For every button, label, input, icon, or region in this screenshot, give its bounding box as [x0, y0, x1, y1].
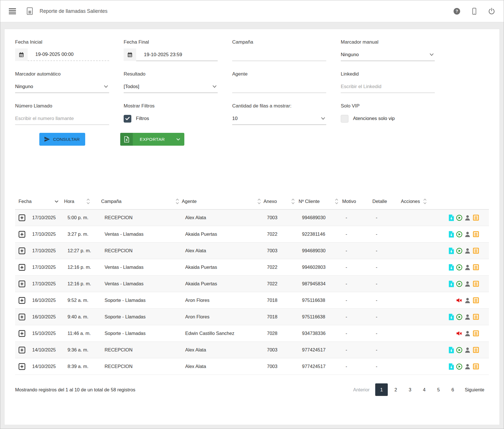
menu-toggle-button[interactable] [9, 8, 16, 14]
linkedid-input[interactable] [341, 80, 435, 93]
play-recording-button[interactable] [456, 347, 462, 353]
expand-row-button[interactable] [19, 363, 25, 370]
pagination-previous[interactable]: Anterior [349, 387, 374, 393]
contact-button[interactable] [464, 215, 471, 221]
detail-note-button[interactable] [473, 363, 479, 370]
logout-button[interactable] [488, 8, 495, 15]
mobile-button[interactable] [471, 8, 478, 15]
pagination-pages: 123456 [375, 383, 459, 396]
detail-note-button[interactable] [473, 330, 479, 337]
audio-download-button[interactable] [448, 264, 454, 271]
field-solo-vip: Solo VIP Atenciones solo vip [341, 103, 435, 125]
audio-download-button[interactable] [448, 363, 454, 370]
audio-download-button[interactable] [448, 231, 454, 238]
contact-button[interactable] [464, 264, 471, 271]
no-audio-button[interactable] [456, 297, 462, 304]
detail-note-button[interactable] [473, 231, 479, 237]
play-recording-button[interactable] [456, 248, 462, 254]
fecha-final-value[interactable]: 19-10-2025 23:59 [136, 48, 218, 61]
marcador-automatico-select[interactable]: Ninguno [15, 80, 109, 93]
expand-row-button[interactable] [19, 347, 25, 353]
play-recording-button[interactable] [456, 264, 462, 271]
detail-note-button[interactable] [473, 314, 479, 320]
play-recording-button[interactable] [456, 363, 462, 370]
agente-input[interactable] [232, 80, 326, 93]
vip-checkbox[interactable] [341, 115, 348, 123]
page-button-3[interactable]: 3 [404, 383, 416, 396]
page-button-4[interactable]: 4 [418, 383, 430, 396]
play-recording-button[interactable] [456, 281, 462, 287]
resultado-select[interactable]: [Todos] [124, 80, 218, 93]
fecha-inicial-value[interactable]: 19-09-2025 00:00 [28, 48, 109, 61]
page-button-5[interactable]: 5 [432, 383, 445, 396]
audio-download-button[interactable] [448, 347, 454, 353]
detail-note-button[interactable] [473, 264, 479, 271]
play-recording-button[interactable] [456, 215, 462, 221]
contact-button[interactable] [464, 363, 471, 370]
note-icon [473, 231, 479, 237]
page-button-6[interactable]: 6 [446, 383, 459, 396]
calendar-icon[interactable] [124, 48, 136, 61]
contact-button[interactable] [464, 347, 471, 353]
chevron-down-icon [321, 117, 325, 120]
column-header-hora[interactable]: Hora [64, 194, 101, 209]
contact-icon [464, 297, 471, 304]
marcador-manual-select[interactable]: Ninguno [341, 48, 435, 61]
fecha-inicial-picker[interactable]: 19-09-2025 00:00 [15, 48, 109, 61]
exportar-button[interactable]: X EXPORTAR [120, 133, 184, 146]
column-header-cliente[interactable]: Nº Cliente [299, 194, 342, 209]
contact-button[interactable] [464, 231, 471, 237]
marcador-automatico-value: Ninguno [15, 84, 33, 90]
cell-detalle: - [376, 309, 404, 325]
table-row: 16/10/2025 9:52 a. m. Soporte - Llamadas… [15, 292, 489, 309]
detail-note-button[interactable] [473, 214, 479, 221]
help-button[interactable]: ? [453, 8, 460, 15]
detail-note-button[interactable] [473, 297, 479, 304]
contact-button[interactable] [464, 314, 471, 320]
contact-button[interactable] [464, 248, 471, 254]
audio-download-button[interactable] [448, 214, 454, 221]
audio-download-button[interactable] [448, 280, 454, 287]
pagination-next[interactable]: Siguiente [461, 387, 488, 393]
cell-cliente: 975116638 [302, 292, 346, 308]
fecha-final-picker[interactable]: 19-10-2025 23:59 [124, 48, 218, 61]
audio-download-button[interactable] [448, 314, 454, 320]
contact-button[interactable] [464, 281, 471, 287]
expand-row-button[interactable] [19, 264, 25, 271]
expand-row-button[interactable] [19, 297, 25, 304]
column-header-acciones[interactable]: Acciones [401, 194, 489, 209]
cell-fecha: 17/10/2025 [32, 259, 68, 275]
consultar-button[interactable]: CONSULTAR [39, 133, 85, 146]
cell-detalle: - [376, 292, 404, 308]
column-header-campana[interactable]: Campaña [101, 194, 182, 209]
numero-llamado-input[interactable] [15, 112, 109, 125]
cantidad-filas-select[interactable]: 10 [232, 112, 326, 125]
audio-download-button[interactable] [448, 247, 454, 254]
page-button-1[interactable]: 1 [375, 383, 388, 396]
campana-input[interactable] [232, 48, 326, 61]
play-recording-button[interactable] [456, 314, 462, 320]
detail-note-button[interactable] [473, 347, 479, 353]
cell-campana: RECEPCION [105, 243, 185, 259]
page-button-2[interactable]: 2 [389, 383, 402, 396]
detail-note-button[interactable] [473, 280, 479, 287]
expand-row-button[interactable] [19, 214, 25, 221]
detail-note-button[interactable] [473, 247, 479, 254]
vip-checkbox-label: Atenciones solo vip [353, 116, 395, 121]
expand-row-button[interactable] [19, 247, 25, 254]
contact-button[interactable] [464, 297, 471, 304]
expand-row-button[interactable] [19, 231, 25, 238]
calendar-icon[interactable] [15, 48, 28, 61]
column-header-fecha[interactable]: Fecha [19, 194, 64, 209]
column-header-anexo[interactable]: Anexo [264, 194, 299, 209]
expand-row-button[interactable] [19, 314, 25, 320]
expand-row-button[interactable] [19, 330, 25, 337]
cell-motivo: - [346, 259, 376, 275]
cell-hora: 8:39 a. m. [68, 358, 105, 375]
filtros-checkbox[interactable] [124, 115, 131, 123]
expand-row-button[interactable] [19, 280, 25, 287]
play-recording-button[interactable] [456, 231, 462, 237]
column-header-agente[interactable]: Agente [182, 194, 264, 209]
contact-button[interactable] [464, 330, 471, 337]
no-audio-button[interactable] [456, 330, 462, 337]
